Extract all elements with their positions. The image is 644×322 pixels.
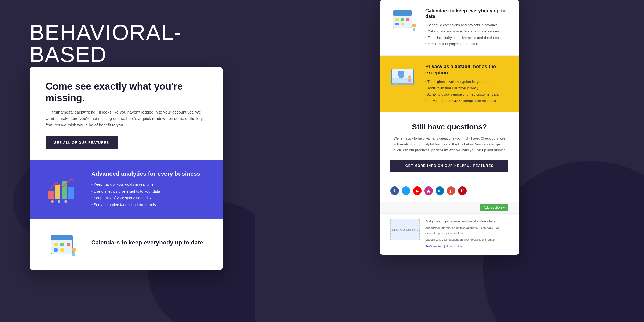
calendar-top-text: Calendars to keep everybody up to date S… (425, 8, 508, 47)
calendar-bullet-1: Schedule campaigns and projects in advan… (425, 22, 508, 28)
svg-rect-3 (68, 187, 74, 199)
analytics-bullets: Keep track of your goals in real time Us… (91, 181, 200, 208)
calendar-bullet-4: Keep track of project progression (425, 41, 508, 47)
pinterest-icon[interactable]: P (458, 186, 467, 195)
svg-rect-12 (67, 243, 70, 246)
footer-section: Drag your logo here Add your company nam… (380, 213, 519, 255)
svg-rect-22 (395, 23, 399, 25)
svg-rect-9 (51, 235, 72, 240)
linkedin-icon[interactable]: in (436, 186, 444, 195)
analytics-bullet-3: Keep track of your spending and ROI (91, 195, 200, 202)
youtube-icon[interactable]: ▶ (413, 186, 422, 195)
calendar-top-bullets: Schedule campaigns and projects in advan… (425, 22, 508, 47)
svg-rect-20 (401, 18, 404, 21)
privacy-bullet-2: Tools to ensure customer privacy (425, 85, 508, 91)
svg-rect-21 (406, 18, 409, 21)
left-panel: BEHAVIORAL-BASED MESSAGING Come see exac… (0, 0, 255, 322)
svg-point-7 (64, 200, 67, 203)
googleplus-icon[interactable]: g+ (447, 186, 455, 195)
svg-rect-25 (413, 28, 415, 31)
analytics-text: Advanced analytics for every business Ke… (91, 170, 200, 208)
svg-rect-28 (390, 83, 415, 85)
svg-rect-0 (48, 191, 54, 199)
calendar-top-icon (390, 8, 417, 32)
calendar-bullet-2: Collaborate and share data among colleag… (425, 28, 508, 34)
facebook-icon[interactable]: f (390, 186, 399, 195)
analytics-bullet-2: Useful metrics give insights to your dat… (91, 188, 200, 195)
privacy-icon: ✓ (390, 64, 417, 88)
analytics-bullet-1: Keep track of your goals in real time (91, 181, 200, 188)
questions-heading: Still have questions? (390, 123, 508, 131)
svg-rect-23 (401, 23, 404, 25)
svg-rect-14 (60, 248, 64, 252)
footer-links: Preferences | Unsubscribe (425, 244, 508, 249)
svg-rect-13 (54, 248, 58, 252)
svg-point-15 (72, 248, 76, 252)
privacy-bullet-4: Fully integrated GDPR compliance helpdes… (425, 98, 508, 104)
svg-rect-18 (393, 11, 412, 16)
analytics-section: Advanced analytics for every business Ke… (30, 160, 223, 219)
calendar-heading-left: Calendars to keep everybody up to date (91, 239, 203, 246)
analytics-heading: Advanced analytics for every business (91, 170, 200, 177)
svg-point-32 (394, 82, 397, 85)
receiving-text: Explain why your subscribers are receivi… (425, 237, 508, 243)
calendar-bullet-3: Establish clarity on deliverables and de… (425, 35, 508, 41)
analytics-icon (46, 175, 80, 204)
svg-point-30 (408, 75, 411, 79)
footer-text-area: Add your company name and postal address… (425, 219, 508, 249)
logo-upload-box[interactable]: Drag your logo here (390, 219, 420, 240)
company-info-placeholder: Add further information or links about y… (425, 225, 508, 236)
questions-body: We're happy to help with any questions y… (390, 136, 508, 153)
svg-rect-10 (54, 243, 58, 246)
svg-rect-1 (55, 185, 60, 199)
privacy-bullets: The highest level encryption for your da… (425, 79, 508, 104)
privacy-bullet-1: The highest level encryption for your da… (425, 79, 508, 85)
svg-marker-4 (71, 179, 74, 181)
calendar-top-heading: Calendars to keep everybody up to date (425, 8, 508, 19)
svg-rect-31 (408, 79, 411, 82)
calendar-text-left: Calendars to keep everybody up to date (91, 239, 203, 250)
svg-rect-11 (60, 243, 64, 246)
svg-point-24 (412, 24, 416, 27)
hero-line1: BEHAVIORAL-BASED (30, 21, 244, 65)
logo-placeholder-text: Drag your logo here (392, 228, 418, 231)
calendar-icon-left (46, 230, 80, 259)
privacy-bullet-3: Ability to quickly erase churned custome… (425, 91, 508, 97)
social-section: f t ▶ ◉ in g+ P (380, 180, 519, 202)
email-preview-card: Calendars to keep everybody up to date S… (380, 0, 519, 255)
privacy-heading: Privacy as a default, not as the excepti… (425, 64, 508, 76)
svg-text:✓: ✓ (400, 73, 403, 77)
svg-point-5 (51, 200, 54, 203)
email-card: Come see exactly what you're missing. Hi… (30, 67, 223, 270)
email-body: Hi [firstname,fallback=friend], It looks… (46, 109, 207, 128)
calendar-section-left: Calendars to keep everybody up to date (30, 219, 223, 270)
privacy-section: ✓ Privacy as a default, not as the excep… (380, 56, 519, 112)
calendar-top-section: Calendars to keep everybody up to date S… (380, 0, 519, 56)
add-section-button[interactable]: Add section + (480, 204, 508, 211)
svg-point-6 (58, 200, 60, 203)
unsubscribe-link[interactable]: Unsubscribe (446, 245, 462, 248)
privacy-text: Privacy as a default, not as the excepti… (425, 64, 508, 104)
twitter-icon[interactable]: t (402, 186, 410, 195)
company-name-placeholder: Add your company name and postal address… (425, 219, 508, 224)
questions-section: Still have questions? We're happy to hel… (380, 112, 519, 180)
analytics-bullet-4: See and understand long-term trends (91, 202, 200, 208)
see-features-button[interactable]: SEE ALL OF OUR FEATURES (46, 136, 118, 149)
instagram-icon[interactable]: ◉ (424, 186, 433, 195)
svg-rect-19 (395, 18, 399, 21)
preferences-link[interactable]: Preferences (425, 245, 441, 248)
email-headline: Come see exactly what you're missing. (46, 80, 207, 104)
email-header: Come see exactly what you're missing. Hi… (30, 67, 223, 160)
add-section-bar: Add section + (380, 202, 519, 213)
get-info-button[interactable]: GET MORE INFO ON OUR HELPFUL FEATURES (390, 160, 508, 172)
right-panel: Calendars to keep everybody up to date S… (255, 0, 644, 322)
svg-rect-16 (72, 252, 75, 256)
